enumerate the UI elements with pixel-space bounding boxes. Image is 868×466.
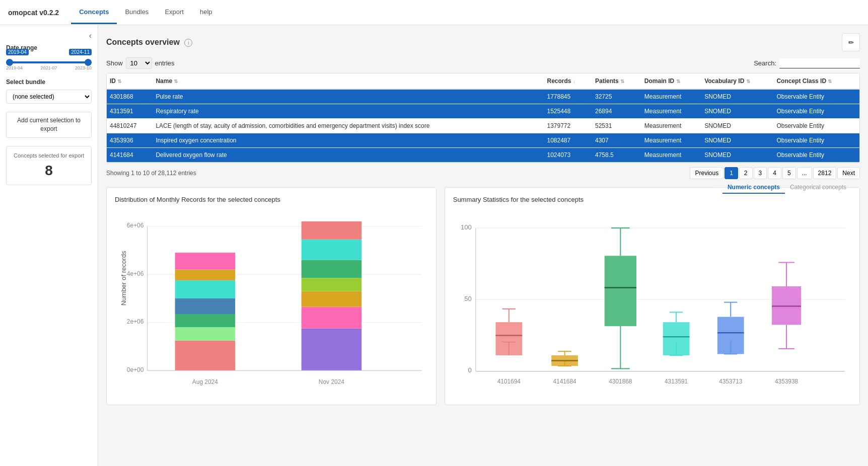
charts-row: Distribution of Monthly Records for the … xyxy=(106,187,860,405)
table-cell: 1082487 xyxy=(544,133,592,148)
slider-track: 2019-04 2024-11 xyxy=(6,61,92,63)
table-cell: Measurement xyxy=(641,148,701,163)
table-row[interactable]: 4313591Respiratory rate152544826894Measu… xyxy=(107,104,859,119)
page-2-button[interactable]: 2 xyxy=(739,167,753,179)
sidebar-collapse-btn[interactable]: ‹ xyxy=(6,31,92,40)
nav-tabs: Concepts Bundles Export help xyxy=(71,1,220,24)
prev-button[interactable]: Previous xyxy=(690,167,724,179)
table-row[interactable]: 4353936Inspired oxygen concentration1082… xyxy=(107,133,859,148)
showing-text: Showing 1 to 10 of 28,112 entries xyxy=(106,170,196,177)
slider-fill xyxy=(6,61,92,63)
box-4301868 xyxy=(604,256,636,326)
nav-tab-bundles[interactable]: Bundles xyxy=(117,1,157,24)
table-body: 4301868Pulse rate177884532725Measurement… xyxy=(107,89,859,163)
th-patients[interactable]: Patients ⇅ xyxy=(592,73,641,89)
table-cell: 4313591 xyxy=(107,104,153,119)
page-ellipsis-button[interactable]: ... xyxy=(797,167,812,179)
table-cell: Respiratory rate xyxy=(153,104,544,119)
table-cell: Inspired oxygen concentration xyxy=(153,133,544,148)
entries-label: entries xyxy=(155,59,175,67)
th-records[interactable]: Records ↓ xyxy=(544,73,592,89)
table-cell: 52531 xyxy=(592,119,641,133)
table-cell: SNOMED xyxy=(701,89,773,104)
page-1-button[interactable]: 1 xyxy=(725,167,738,179)
box-chart-title: Summary Statistics for the selected conc… xyxy=(453,196,584,203)
nav-tab-help[interactable]: help xyxy=(192,1,221,24)
box-plot-svg: 100 50 0 4101694 xyxy=(453,209,851,395)
th-id[interactable]: ID ⇅ xyxy=(107,73,153,89)
search-input[interactable] xyxy=(779,58,860,68)
search-box: Search: xyxy=(754,58,860,68)
next-button[interactable]: Next xyxy=(837,167,860,179)
slider-handle-end[interactable]: 2024-11 xyxy=(85,59,92,66)
th-vocab[interactable]: Vocabulary ID ⇅ xyxy=(701,73,773,89)
table-cell: Observable Entity xyxy=(773,133,859,148)
svg-text:4e+06: 4e+06 xyxy=(127,270,144,277)
table-controls: Show 10 25 50 100 entries Search: xyxy=(106,57,860,69)
concepts-export-title: Concepts selected for export xyxy=(13,152,85,159)
page-3-button[interactable]: 3 xyxy=(754,167,767,179)
th-name[interactable]: Name ⇅ xyxy=(153,73,544,89)
bar-aug-seg1 xyxy=(175,341,236,371)
add-export-button[interactable]: Add current selection to export xyxy=(6,112,92,138)
page-last-button[interactable]: 2812 xyxy=(813,167,837,179)
bar-aug-seg3 xyxy=(175,314,236,327)
start-label: 2019-04 xyxy=(6,49,29,55)
svg-text:6e+06: 6e+06 xyxy=(127,222,144,229)
tick-3: 2023-10 xyxy=(75,65,92,70)
x-axis-label: Month xyxy=(273,390,294,390)
data-table: ID ⇅ Name ⇅ Records ↓ Patients ⇅ Domain … xyxy=(107,73,859,163)
table-cell: Observable Entity xyxy=(773,119,859,133)
entries-select[interactable]: 10 25 50 100 xyxy=(126,57,152,69)
slider-handle-start[interactable]: 2019-04 xyxy=(6,59,13,66)
table-row[interactable]: 44810247LACE (length of stay, acuity of … xyxy=(107,119,859,133)
search-label: Search: xyxy=(754,59,776,67)
table-cell: 32725 xyxy=(592,89,641,104)
overview-title: Concepts overview xyxy=(106,38,180,46)
box-4101694 xyxy=(495,322,522,355)
table-row[interactable]: 4141684Delivered oxygen flow rate1024073… xyxy=(107,148,859,163)
tick-labels: 2019-04 2021-07 2023-10 xyxy=(6,65,92,70)
bar-aug-seg2 xyxy=(175,327,236,340)
bar-nov-seg5 xyxy=(302,260,362,278)
table-cell: Measurement xyxy=(641,89,701,104)
svg-text:0e+00: 0e+00 xyxy=(127,366,144,373)
th-domain[interactable]: Domain ID ⇅ xyxy=(641,73,701,89)
date-range-slider[interactable]: 2019-04 2024-11 2019-04 2021-07 2023-10 xyxy=(6,61,92,70)
box-tab-numeric[interactable]: Numeric concepts xyxy=(722,182,785,194)
th-class[interactable]: Concept Class ID ⇅ xyxy=(773,73,859,89)
show-label: Show xyxy=(106,59,123,67)
bar-aug-seg6 xyxy=(175,270,236,281)
pencil-button[interactable]: ✏ xyxy=(842,33,860,51)
table-cell: Measurement xyxy=(641,133,701,148)
table-row[interactable]: 4301868Pulse rate177884532725Measurement… xyxy=(107,89,859,104)
top-nav: omopcat v0.2.2 Concepts Bundles Export h… xyxy=(0,0,868,25)
table-header-row: ID ⇅ Name ⇅ Records ↓ Patients ⇅ Domain … xyxy=(107,73,859,89)
bar-aug-seg5 xyxy=(175,280,236,298)
bundle-select[interactable]: (none selected) xyxy=(6,90,92,104)
box-4353713 xyxy=(717,317,744,354)
table-cell: 44810247 xyxy=(107,119,153,133)
table-cell: Pulse rate xyxy=(153,89,544,104)
table-container: ID ⇅ Name ⇅ Records ↓ Patients ⇅ Domain … xyxy=(106,73,860,163)
svg-text:2e+06: 2e+06 xyxy=(127,318,144,325)
table-cell: SNOMED xyxy=(701,133,773,148)
box-tab-categorical[interactable]: Categorical concepts xyxy=(785,182,851,194)
bar-chart-svg: Number of records 6e+06 4e+06 2e+06 0e+0… xyxy=(115,209,428,390)
collapse-icon: ‹ xyxy=(89,31,92,40)
page-5-button[interactable]: 5 xyxy=(782,167,796,179)
nav-tab-concepts[interactable]: Concepts xyxy=(71,1,117,24)
box-4313591 xyxy=(663,322,689,355)
info-icon[interactable]: i xyxy=(184,39,192,47)
table-scroll[interactable]: ID ⇅ Name ⇅ Records ↓ Patients ⇅ Domain … xyxy=(107,73,859,163)
table-cell: Observable Entity xyxy=(773,104,859,119)
table-cell: SNOMED xyxy=(701,119,773,133)
bundle-section: Select bundle (none selected) xyxy=(6,79,92,104)
bar-nov-seg1 xyxy=(302,329,362,371)
page-4-button[interactable]: 4 xyxy=(768,167,781,179)
table-cell: 4141684 xyxy=(107,148,153,163)
date-range-section: Date range 2019-04 2024-11 2019-04 2021-… xyxy=(6,44,92,70)
pencil-icon: ✏ xyxy=(848,39,854,46)
nav-tab-export[interactable]: Export xyxy=(157,1,192,24)
concepts-export-count: 8 xyxy=(13,163,85,179)
